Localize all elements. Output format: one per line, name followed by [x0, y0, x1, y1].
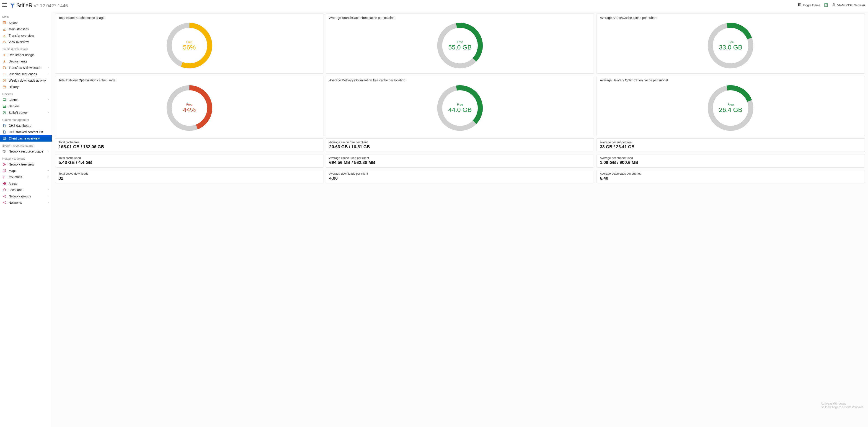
gauge-title: Average BranchCache free cache per locat… — [329, 16, 591, 20]
sidebar-item-maps[interactable]: Maps — [0, 167, 52, 174]
gauge-chart: Free33.0 GB — [600, 21, 861, 71]
dashboard-icon[interactable] — [824, 3, 828, 7]
svg-rect-20 — [5, 184, 6, 185]
svg-point-13 — [4, 151, 5, 152]
sidebar-item-client-cache-overview[interactable]: Client cache overview — [0, 135, 52, 142]
brand-logo-icon — [9, 2, 16, 9]
gauge-card: Average Delivery Optimization free cache… — [326, 76, 594, 136]
sidebar-item-splash[interactable]: Splash — [0, 20, 52, 26]
sidebar-item-label: Network resource usage — [9, 149, 43, 154]
sidebar-item-networks[interactable]: Networks — [0, 200, 52, 206]
splash-icon — [2, 21, 6, 25]
sidebar-section-title: Devices — [0, 90, 52, 97]
sidebar-item-label: Clients — [9, 98, 19, 102]
server-icon — [2, 104, 6, 108]
sidebar-item-chs-dashboard[interactable]: CHS dashboard — [0, 122, 52, 129]
stat-label: Average per subnet used — [600, 156, 861, 160]
sidebar-item-history[interactable]: History — [0, 84, 52, 90]
sidebar-section-title: Cache management — [0, 116, 52, 122]
gauge-chart: Free44% — [59, 83, 320, 133]
gauge-chart: Free56% — [59, 21, 320, 71]
svg-rect-2 — [798, 3, 799, 6]
hamburger-icon[interactable] — [2, 3, 7, 7]
sidebar-item-label: Running sequences — [9, 72, 37, 77]
sidebar-item-main-statistics[interactable]: Main statistics — [0, 26, 52, 32]
gauge-card: Total BranchCache cache usageFree56% — [55, 13, 323, 73]
gauge-value: 44% — [183, 106, 196, 114]
doc-icon — [2, 124, 6, 127]
svg-rect-9 — [3, 105, 6, 106]
sidebar-item-label: StifleR server — [9, 110, 28, 115]
flag-icon — [2, 175, 6, 179]
sidebar-item-label: Transfer overview — [9, 33, 34, 38]
sidebar-item-chs-tracked[interactable]: CHS tracked content list — [0, 129, 52, 135]
sidebar-item-transfers-downloads[interactable]: Transfers & downloads — [0, 64, 52, 71]
stat-label: Average per subnet free — [600, 141, 861, 144]
gauge-label: Free — [183, 40, 196, 44]
stats-icon — [2, 27, 6, 31]
svg-rect-7 — [3, 86, 6, 88]
gauge-value: 56% — [183, 44, 196, 51]
svg-rect-5 — [3, 22, 6, 24]
theme-icon — [798, 3, 801, 7]
stat-card: Average downloads per client4.00 — [326, 170, 594, 183]
sidebar-item-network-groups[interactable]: Network groups — [0, 193, 52, 200]
sidebar-item-servers[interactable]: Servers — [0, 103, 52, 110]
gauge-icon — [2, 111, 6, 115]
sidebar-item-stifler-server[interactable]: StifleR server — [0, 110, 52, 116]
sidebar-item-transfer-overview[interactable]: Transfer overview — [0, 32, 52, 39]
user-label: VIAMONSTRA\maku — [837, 3, 865, 7]
stat-value: 1.09 GB / 900.6 MB — [600, 160, 861, 165]
sidebar-item-weekly-downloads-activity[interactable]: Weekly downloads activity — [0, 77, 52, 84]
chevron-right-icon — [47, 194, 50, 199]
sidebar-item-network-tree-view[interactable]: Network tree view — [0, 161, 52, 167]
sidebar-item-network-resource-usage[interactable]: Network resource usage — [0, 148, 52, 155]
sidebar-item-label: Areas — [9, 181, 17, 186]
sidebar-item-label: CHS tracked content list — [9, 130, 43, 134]
gauge-value: 44.0 GB — [448, 106, 472, 114]
toggle-theme-button[interactable]: Toggle theme — [798, 3, 820, 7]
sidebar-item-label: Networks — [9, 201, 22, 205]
download-icon — [2, 60, 6, 63]
gauge-value: 26.4 GB — [719, 106, 742, 114]
svg-rect-12 — [3, 137, 6, 139]
sidebar-item-red-leader-usage[interactable]: Red leader usage — [0, 52, 52, 58]
svg-point-4 — [833, 3, 835, 5]
monitor-icon — [2, 98, 6, 102]
stat-label: Total cache free — [59, 141, 320, 144]
chevron-right-icon — [47, 169, 50, 173]
chevron-right-icon — [47, 98, 50, 102]
calendar-icon — [2, 85, 6, 89]
sidebar-item-running-sequences[interactable]: Running sequences — [0, 71, 52, 77]
cloud-icon — [2, 40, 6, 44]
doc-icon — [2, 130, 6, 134]
share-icon — [2, 194, 6, 198]
chevron-right-icon — [47, 65, 50, 70]
stat-card: Average per subnet used1.09 GB / 900.6 M… — [596, 154, 865, 167]
sidebar-item-label: Main statistics — [9, 27, 29, 31]
main-content: Total BranchCache cache usageFree56%Aver… — [52, 11, 868, 427]
stat-card: Average cache used per client694.56 MB /… — [326, 154, 594, 167]
sidebar-item-countries[interactable]: Countries — [0, 174, 52, 180]
gauge-title: Average BranchCache cache per subnet — [600, 16, 861, 20]
user-menu[interactable]: VIAMONSTRA\maku — [832, 3, 865, 7]
brand-version: v2.12.0427.1446 — [34, 3, 68, 8]
sidebar-item-deployments[interactable]: Deployments — [0, 58, 52, 64]
gauge-value: 55.0 GB — [448, 44, 472, 51]
svg-point-0 — [12, 5, 13, 5]
stat-label: Average cache free per client — [329, 141, 591, 144]
list-icon — [2, 72, 6, 76]
sidebar-section-title: Traffic & downloads — [0, 45, 52, 52]
sidebar-item-label: Client cache overview — [9, 136, 40, 141]
stat-card: Average downloads per subnet6.40 — [596, 170, 865, 183]
sidebar-item-label: Splash — [9, 21, 19, 25]
sidebar-item-vpn-overview[interactable]: VPN overview — [0, 39, 52, 45]
sidebar: MainSplashMain statisticsTransfer overvi… — [0, 11, 52, 427]
sidebar-item-locations[interactable]: Locations — [0, 187, 52, 193]
sidebar-item-areas[interactable]: Areas — [0, 180, 52, 187]
svg-rect-10 — [3, 106, 6, 108]
stat-card: Average per subnet free33 GB / 26.41 GB — [596, 139, 865, 152]
stat-value: 20.63 GB / 16.51 GB — [329, 144, 591, 149]
sidebar-item-clients[interactable]: Clients — [0, 97, 52, 103]
grid-icon — [2, 182, 6, 185]
